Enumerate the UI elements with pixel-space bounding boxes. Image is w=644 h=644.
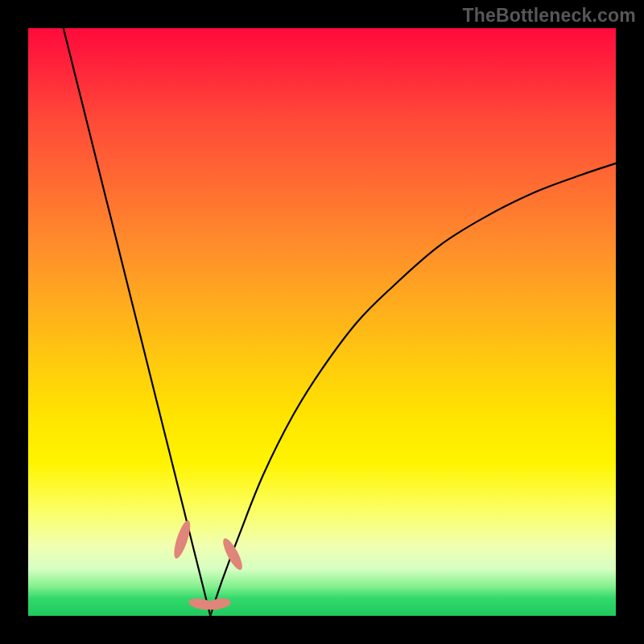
markers-group [171,518,246,611]
left-upper-pill [171,518,193,559]
attribution-text: TheBottleneck.com [462,5,636,27]
curve-right [210,163,616,616]
curve-layer [28,28,616,616]
plot-area [28,28,616,616]
chart-frame: TheBottleneck.com [0,0,644,644]
right-upper-pill [220,536,246,572]
